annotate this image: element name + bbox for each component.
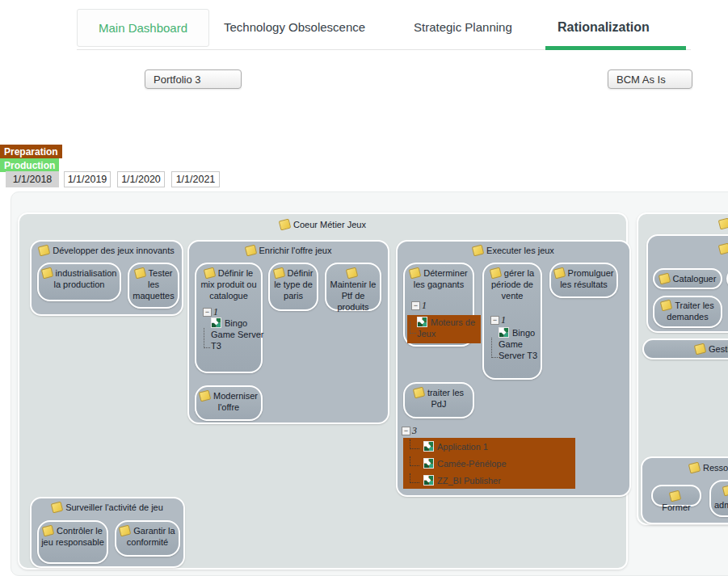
folder-icon: [199, 390, 212, 402]
tree-connector-icon: [410, 439, 419, 449]
date-tab-label: 1/1/2018: [13, 174, 53, 185]
capability-controler-jeu[interactable]: Contrôler le jeu responsable: [37, 520, 108, 564]
minus-icon: [203, 308, 212, 317]
date-tab-label: 1/1/2019: [68, 174, 107, 185]
capability-label: Cataloguer: [673, 274, 717, 284]
tab-label: Technology Obsolescence: [224, 20, 365, 34]
capability-promulguer-resultats[interactable]: Promulguer les résultats: [549, 263, 618, 298]
capability-label: adm: [714, 500, 728, 510]
tab-main-dashboard[interactable]: Main Dashboard: [77, 9, 209, 47]
capability-definir-type-paris[interactable]: Définir le type de paris: [268, 263, 318, 311]
capability-industrialisation[interactable]: industrialisation la production: [37, 263, 121, 301]
collapse-toggle[interactable]: 1: [203, 306, 218, 318]
bcm-select[interactable]: BCM As Is: [608, 69, 692, 89]
container-right[interactable]: Cataloguer Traiter les demandes Gestio R…: [637, 212, 728, 525]
capability-label: Former: [662, 502, 690, 512]
tab-strategic-planning[interactable]: Strategic Planning: [414, 9, 512, 45]
collapse-toggle[interactable]: 1: [411, 300, 427, 312]
folder-icon: [472, 245, 485, 257]
tab-technology-obsolescence[interactable]: Technology Obsolescence: [224, 9, 365, 45]
group-header: Développer des jeux innovants: [32, 245, 182, 256]
group-title: Resso: [703, 463, 728, 473]
capability-garantir-conformite[interactable]: Garantir la conformité: [115, 520, 180, 557]
app-count: 1: [422, 300, 427, 311]
capability-maintenir-ptf[interactable]: Maintenir le Ptf de produits: [325, 263, 381, 311]
capability-determiner-gagnants[interactable]: Déterminer les gagnants 1 Moteurs de Jeu…: [403, 263, 474, 347]
legend-preparation-label: Preparation: [4, 146, 58, 158]
application-icon: [417, 317, 427, 327]
group-right-top[interactable]: Cataloguer Traiter les demandes: [646, 234, 728, 333]
date-tab-2018[interactable]: 1/1/2018: [6, 171, 59, 187]
folder-icon: [244, 245, 257, 257]
application-item-preparation[interactable]: Application 1: [403, 438, 575, 455]
folder-icon: [133, 267, 146, 280]
folder-icon: [345, 267, 358, 280]
capability-label: Garantir la conformité: [127, 526, 175, 547]
group-surveiller-activite[interactable]: Surveiller l'activité de jeu Contrôler l…: [30, 497, 185, 568]
legend-production-label: Production: [4, 160, 55, 171]
capability-adm[interactable]: adm: [709, 480, 728, 517]
group-executer-jeux[interactable]: Executer les jeux Déterminer les gagnant…: [396, 240, 631, 497]
application-item[interactable]: Bingo Game Server T3: [201, 317, 264, 351]
tab-label: Strategic Planning: [414, 20, 512, 34]
folder-icon: [668, 490, 681, 502]
collapse-toggle[interactable]: 1: [490, 314, 506, 326]
portfolio-select-label: Portfolio 3: [154, 74, 201, 86]
capability-traiter-demandes[interactable]: Traiter les demandes: [653, 296, 722, 328]
group-enrichir-offre[interactable]: Enrichir l'offre jeux Définir le mix pro…: [187, 240, 389, 424]
folder-icon: [718, 218, 728, 230]
group-header: Surveiller l'activité de jeu: [32, 502, 183, 513]
tree-connector-icon: [204, 328, 210, 348]
date-tab-label: 1/1/2021: [176, 174, 216, 185]
app-count: 1: [501, 314, 506, 326]
date-tab-2021[interactable]: 1/1/2021: [171, 171, 220, 187]
capability-label: Maintenir le Ptf de produits: [330, 280, 377, 312]
capability-tester-maquettes[interactable]: Tester les maquettes: [128, 263, 179, 309]
capability-definir-mix[interactable]: Définir le mix produit ou catalogue 1 Bi…: [195, 263, 263, 373]
capability-gerer-periode[interactable]: gérer la période de vente 1 Bingo Game S…: [482, 263, 542, 380]
container-coeur-metier-jeux[interactable]: Coeur Métier Jeux Développer des jeux in…: [18, 212, 628, 570]
capability-gestion[interactable]: Gestio: [642, 338, 728, 359]
active-tab-indicator: [545, 46, 686, 50]
capability-label: traiter les PdJ: [427, 388, 464, 409]
folder-icon: [553, 267, 566, 280]
folder-icon: [38, 245, 51, 257]
capability-cataloguer[interactable]: Cataloguer: [653, 268, 722, 289]
app-count: 1: [213, 306, 218, 317]
tree-connector-icon: [410, 322, 416, 334]
application-item-preparation[interactable]: Camée-Pénélope: [403, 455, 575, 472]
capability-former[interactable]: Former: [651, 485, 701, 507]
app-count: 3: [412, 425, 417, 436]
application-icon: [423, 475, 434, 486]
folder-icon: [204, 267, 217, 280]
folder-icon: [718, 243, 728, 255]
capability-traiter-pdj[interactable]: traiter les PdJ: [403, 382, 474, 418]
tab-label: Rationalization: [558, 20, 650, 35]
capability-label: Moderniser l'offre: [213, 391, 258, 412]
application-label: ZZ_BI Publisher: [437, 476, 501, 486]
group-header: Executer les jeux: [398, 245, 629, 256]
application-icon: [423, 458, 434, 469]
capability-label: Gestio: [709, 344, 728, 354]
capability-moderniser-offre[interactable]: Moderniser l'offre: [195, 385, 263, 421]
date-tab-2020[interactable]: 1/1/2020: [117, 171, 165, 187]
application-item[interactable]: Bingo Game Server T3: [489, 327, 549, 361]
collapse-toggle[interactable]: 3: [402, 425, 417, 437]
folder-icon: [279, 219, 292, 231]
app-window: Main Dashboard Technology Obsolescence S…: [0, 0, 728, 576]
date-tab-2019[interactable]: 1/1/2019: [64, 171, 111, 187]
group-ressources[interactable]: Resso Former adm: [641, 456, 728, 524]
application-item-preparation[interactable]: Moteurs de Jeux: [407, 315, 481, 343]
group-title: Enrichir l'offre jeux: [259, 246, 332, 255]
group-header: Resso: [689, 463, 728, 473]
group-developper-jeux[interactable]: Développer des jeux innovants industrial…: [30, 240, 183, 316]
tree-connector-icon: [491, 338, 498, 358]
tab-rationalization[interactable]: Rationalization: [558, 9, 650, 45]
tree-connector-icon: [410, 456, 419, 466]
minus-icon: [402, 427, 410, 435]
capability-label: industrialisation la production: [54, 268, 117, 289]
folder-icon: [40, 267, 53, 280]
capability-label: Déterminer les gagnants: [414, 268, 468, 289]
application-item-preparation[interactable]: ZZ_BI Publisher: [403, 472, 575, 489]
portfolio-select[interactable]: Portfolio 3: [145, 69, 242, 89]
